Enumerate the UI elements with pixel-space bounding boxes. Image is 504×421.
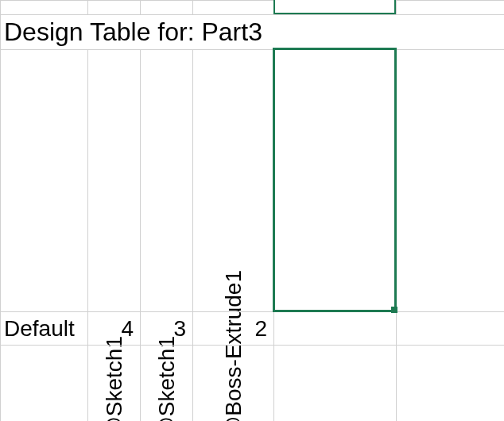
design-table-title: Design Table for: Part3 xyxy=(4,17,262,47)
cell[interactable] xyxy=(87,0,140,14)
value: 3 xyxy=(173,316,186,342)
cell[interactable] xyxy=(192,0,273,14)
value: 2 xyxy=(254,316,267,342)
value-cell[interactable]: 4 xyxy=(87,311,140,345)
design-table-title-cell[interactable]: Design Table for: Part3 xyxy=(0,14,504,49)
cell[interactable] xyxy=(396,345,504,421)
config-name: Default xyxy=(4,316,75,342)
cell[interactable] xyxy=(87,345,140,421)
value-cell[interactable]: 2 xyxy=(192,311,273,345)
cell[interactable] xyxy=(396,49,504,311)
cell[interactable] xyxy=(0,49,87,311)
selected-cell[interactable] xyxy=(273,49,396,311)
cell[interactable] xyxy=(273,345,396,421)
cell[interactable] xyxy=(396,311,504,345)
cell[interactable] xyxy=(140,345,192,421)
cell[interactable] xyxy=(0,345,87,421)
spreadsheet-grid[interactable]: Design Table for: Part3 D1@Sketch1 D2@Sk… xyxy=(0,0,504,421)
config-name-cell[interactable]: Default xyxy=(0,311,87,345)
value: 4 xyxy=(121,316,134,342)
cell[interactable] xyxy=(396,0,504,14)
active-cell-top-indicator xyxy=(273,0,396,14)
cell[interactable] xyxy=(140,0,192,14)
cell[interactable] xyxy=(273,311,396,345)
cell[interactable] xyxy=(192,345,273,421)
cell[interactable] xyxy=(0,0,87,14)
value-cell[interactable]: 3 xyxy=(140,311,192,345)
